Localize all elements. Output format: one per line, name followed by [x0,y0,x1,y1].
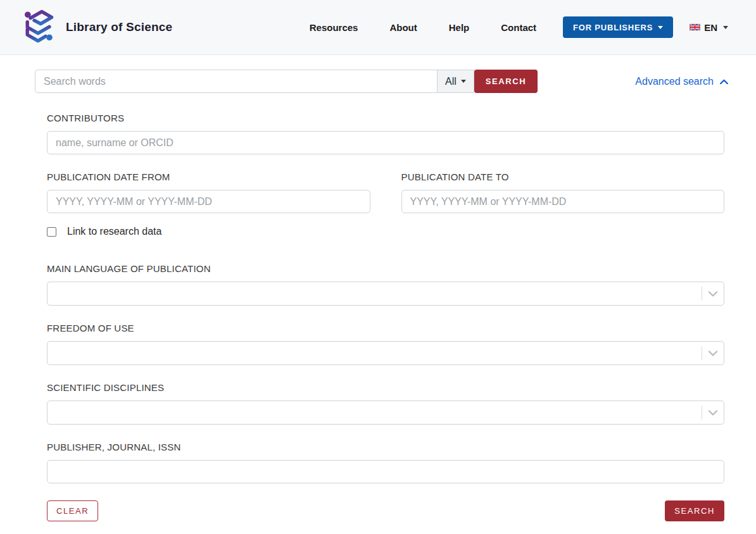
contributors-field: CONTRIBUTORS [47,113,724,154]
search-button-bottom[interactable]: SEARCH [665,500,724,521]
search-scope-dropdown[interactable]: All [437,70,474,93]
caret-down-icon [461,80,466,83]
uk-flag-icon [690,23,700,31]
form-actions: CLEAR SEARCH [47,500,724,521]
search-bar: All SEARCH Advanced search [35,70,728,93]
date-from-label: PUBLICATION DATE FROM [47,171,370,182]
caret-down-icon [723,26,728,29]
freedom-of-use-select[interactable] [47,341,724,365]
chevron-down-icon [709,351,717,356]
date-to-input[interactable] [401,190,725,213]
header: Library of Science Resources About Help … [0,0,756,55]
brand-name: Library of Science [66,20,172,34]
chevron-down-icon [709,410,717,416]
date-from-field: PUBLICATION DATE FROM [47,171,370,213]
caret-down-icon [658,26,663,29]
advanced-search-toggle[interactable]: Advanced search [635,76,728,87]
scientific-disciplines-field: SCIENTIFIC DISCIPLINES [47,382,724,425]
main-language-label: MAIN LANGUAGE OF PUBLICATION [47,263,724,274]
publication-date-row: PUBLICATION DATE FROM PUBLICATION DATE T… [47,171,724,213]
link-research-data-checkbox[interactable] [47,227,56,237]
scientific-disciplines-select[interactable] [47,400,724,425]
date-to-label: PUBLICATION DATE TO [401,171,725,182]
chevron-up-icon [720,79,728,84]
main-language-field: MAIN LANGUAGE OF PUBLICATION [47,263,724,306]
select-separator [702,346,702,360]
for-publishers-label: FOR PUBLISHERS [573,23,653,32]
search-button-top[interactable]: SEARCH [474,70,538,93]
search-input[interactable] [35,70,437,93]
date-to-field: PUBLICATION DATE TO [401,171,725,213]
nav-item-about[interactable]: About [389,22,417,33]
language-code: EN [704,22,717,33]
publisher-journal-issn-input[interactable] [47,460,724,483]
main-language-select[interactable] [47,282,724,306]
language-selector[interactable]: EN [690,22,728,33]
publisher-journal-issn-field: PUBLISHER, JOURNAL, ISSN [47,442,724,483]
clear-button[interactable]: CLEAR [47,500,98,521]
freedom-of-use-label: FREEDOM OF USE [47,323,724,333]
advanced-search-form: CONTRIBUTORS PUBLICATION DATE FROM PUBLI… [47,113,724,521]
brand-logo[interactable]: Library of Science [19,8,172,47]
select-separator [702,406,702,419]
nav-item-contact[interactable]: Contact [501,22,536,33]
publisher-journal-issn-label: PUBLISHER, JOURNAL, ISSN [47,442,724,452]
nav-item-resources[interactable]: Resources [310,22,358,33]
date-from-input[interactable] [47,190,370,213]
advanced-search-label: Advanced search [635,76,714,87]
link-research-data-option[interactable]: Link to research data [47,226,724,237]
freedom-of-use-field: FREEDOM OF USE [47,323,724,365]
contributors-input[interactable] [47,131,724,154]
link-research-data-label: Link to research data [67,226,161,237]
chevron-down-icon [709,291,717,297]
contributors-label: CONTRIBUTORS [47,113,724,123]
nav-item-help[interactable]: Help [449,22,470,33]
main-nav: Resources About Help Contact [310,22,536,33]
search-scope-value: All [445,76,457,87]
scientific-disciplines-label: SCIENTIFIC DISCIPLINES [47,382,724,393]
select-separator [702,287,702,301]
for-publishers-button[interactable]: FOR PUBLISHERS [563,16,673,38]
library-logo-icon [19,8,57,47]
